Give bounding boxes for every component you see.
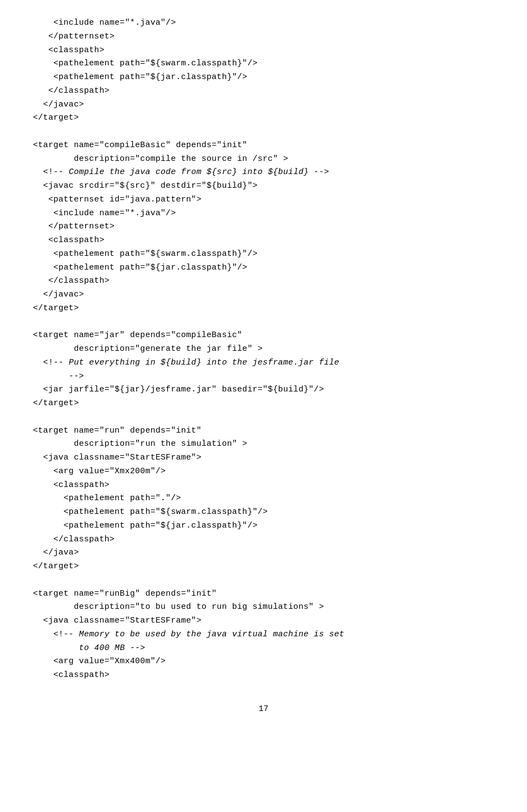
line-28: <jar jarfile="${jar}/jesframe.jar" based… — [33, 385, 324, 394]
line-19: <pathelement path="${jar.classpath}"/> — [33, 263, 248, 272]
page-number: 17 — [33, 704, 494, 714]
line-10: <target name="compileBasic" depends="ini… — [33, 141, 248, 150]
line-43: <target name="runBig" depends="init" — [33, 589, 217, 598]
line-16: </patternset> — [33, 222, 115, 231]
line-3: <classpath> — [33, 46, 104, 55]
line-1: <include name="*.java"/> — [33, 18, 176, 27]
line-12: <!-- Compile the java code from ${src} i… — [33, 167, 329, 177]
line-45: <java classname="StartESFrame"> — [33, 616, 201, 625]
line-5: <pathelement path="${jar.classpath}"/> — [33, 72, 248, 82]
line-21: </javac> — [33, 290, 84, 299]
line-14: <patternset id="java.pattern"> — [33, 195, 201, 204]
line-20: </classpath> — [33, 276, 110, 285]
code-container: <include name="*.java"/> </patternset> <… — [33, 16, 494, 682]
line-15: <include name="*.java"/> — [33, 209, 176, 218]
line-41: </target> — [33, 562, 79, 571]
line-17: <classpath> — [33, 236, 104, 245]
line-37: <pathelement path="${swarm.classpath}"/> — [33, 507, 268, 517]
line-7: </javac> — [33, 100, 84, 109]
line-35: <classpath> — [33, 480, 110, 490]
line-29: </target> — [33, 399, 79, 408]
line-47: to 400 MB --> — [33, 643, 145, 653]
line-44: description="to bu used to run big simul… — [33, 602, 324, 612]
line-33: <java classname="StartESFrame"> — [33, 453, 201, 462]
line-32: description="run the simulation" > — [33, 439, 248, 449]
line-4: <pathelement path="${swarm.classpath}"/> — [33, 59, 257, 68]
line-27: --> — [33, 372, 84, 381]
line-2: </patternset> — [33, 32, 115, 41]
line-38: <pathelement path="${jar.classpath}"/> — [33, 521, 257, 530]
line-22: </target> — [33, 304, 79, 313]
line-31: <target name="run" depends="init" — [33, 426, 201, 435]
line-34: <arg value="Xmx200m"/> — [33, 467, 166, 476]
line-48: <arg value="Xmx400m"/> — [33, 657, 166, 666]
line-39: </classpath> — [33, 535, 115, 544]
line-25: description="generate the jar file" > — [33, 344, 263, 354]
line-8: </target> — [33, 113, 79, 122]
line-49: <classpath> — [33, 670, 110, 680]
line-6: </classpath> — [33, 86, 110, 96]
line-26: <!-- Put everything in ${build} into the… — [33, 358, 339, 367]
line-40: </java> — [33, 548, 79, 557]
line-46: <!-- Memory to be used by the java virtu… — [33, 630, 344, 639]
line-24: <target name="jar" depends="compileBasic… — [33, 331, 242, 340]
line-13: <javac srcdir="${src}" destdir="${build}… — [33, 181, 257, 191]
line-36: <pathelement path="."/> — [33, 494, 181, 503]
line-18: <pathelement path="${swarm.classpath}"/> — [33, 249, 257, 259]
line-11: description="compile the source in /src"… — [33, 154, 288, 164]
